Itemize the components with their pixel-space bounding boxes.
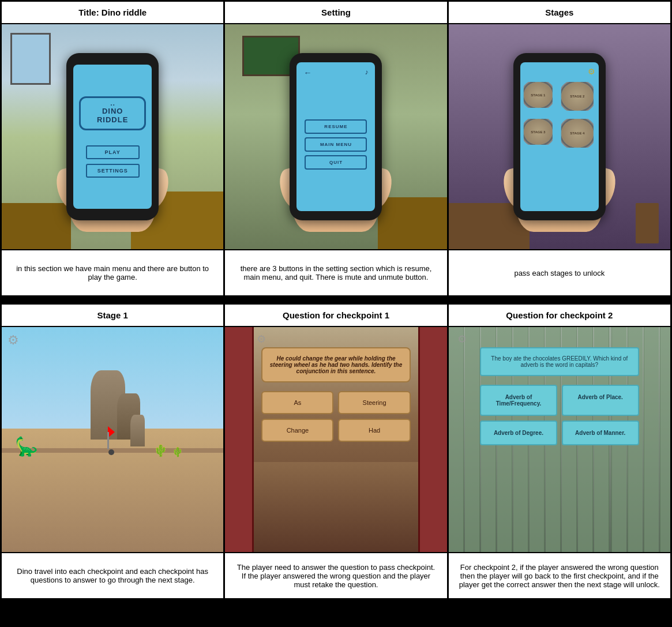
- cell-q1: Question for checkpoint 1 ⚙ He could cha…: [225, 305, 446, 598]
- resume-button[interactable]: RESUME: [305, 119, 367, 134]
- cell-setting-desc: there are 3 buttons in the setting secti…: [225, 249, 446, 295]
- cactus-icon: 🌵: [153, 444, 168, 457]
- cell-q2-header: Question for checkpoint 2: [449, 305, 670, 327]
- q2-answer-time[interactable]: Adverb of Time/Frequency.: [480, 385, 557, 416]
- cell-stage1-header: Stage 1: [2, 305, 223, 327]
- locker-right: [418, 327, 447, 552]
- gear-q1-icon: ⚙: [257, 333, 266, 346]
- dino-figure: 🦕: [15, 435, 38, 457]
- cell-stage1-desc: Dino travel into each checkpoint and eac…: [2, 552, 223, 598]
- cell-q2: Question for checkpoint 2: [449, 305, 670, 598]
- back-arrow-icon[interactable]: ←: [303, 68, 311, 77]
- cell-setting-header: Setting: [225, 2, 446, 24]
- q1-answer-steering[interactable]: Steering: [338, 391, 410, 414]
- q1-answers: As Steering Change Had: [261, 391, 410, 442]
- cell-stages-image: ⚙ STAGE 1 STAGE 2 STAGE 3 STAGE 4: [449, 24, 670, 249]
- cell-stage1: Stage 1 🌵 🌵 ⚙ 🦕: [2, 305, 223, 598]
- cactus-small-icon: 🌵: [172, 446, 183, 457]
- stage-1-blob[interactable]: STAGE 1: [524, 82, 553, 108]
- cell-stage1-image: 🌵 🌵 ⚙ 🦕: [2, 327, 223, 552]
- q2-answer-place[interactable]: Adverb of Place.: [562, 385, 639, 416]
- stages-grid: STAGE 1 STAGE 2 STAGE 3 STAGE 4: [524, 82, 595, 148]
- q1-question-box: He could change the gear while holding t…: [261, 347, 410, 382]
- q2-answer-degree[interactable]: Adverb of Degree.: [480, 420, 557, 445]
- stage-3-blob[interactable]: STAGE 3: [524, 119, 553, 145]
- cell-q1-desc: The player need to answer the question t…: [225, 552, 446, 598]
- main-grid: Title: Dino riddle • •: [0, 0, 672, 605]
- q2-answer-manner[interactable]: Adverb of Manner.: [562, 420, 639, 445]
- cell-title-header: Title: Dino riddle: [2, 2, 223, 24]
- cell-q2-desc: For checkpoint 2, if the player answered…: [449, 552, 670, 598]
- cell-setting: Setting ← ♪: [225, 2, 446, 295]
- music-icon: ♪: [365, 68, 368, 77]
- main-menu-button[interactable]: MAIN MENU: [305, 137, 367, 152]
- cell-q1-header: Question for checkpoint 1: [225, 305, 446, 327]
- cell-title-desc: in this section we have main menu and th…: [2, 249, 223, 295]
- play-button[interactable]: PLAY: [86, 145, 140, 159]
- q2-answers: Adverb of Time/Frequency. Adverb of Plac…: [480, 385, 639, 445]
- locker-left: [225, 327, 254, 552]
- stage-2-blob[interactable]: STAGE 2: [561, 82, 594, 111]
- cell-stages-header: Stages: [449, 2, 670, 24]
- settings-gear-icon: ⚙: [7, 333, 19, 348]
- stage-4-blob[interactable]: STAGE 4: [561, 119, 594, 148]
- q1-answer-as[interactable]: As: [261, 391, 333, 414]
- q1-answer-change[interactable]: Change: [261, 419, 333, 442]
- q1-answer-had[interactable]: Had: [338, 419, 410, 442]
- gear-q2-icon: ⚙: [457, 333, 467, 346]
- cell-title-image: • • DINO RIDDLE PLAY SETTINGS: [2, 24, 223, 249]
- cell-q1-image: ⚙ He could change the gear while holding…: [225, 327, 446, 552]
- q2-question-box: The boy ate the chocolates GREEDILY. Whi…: [480, 347, 639, 376]
- checkpoint-flag: [108, 426, 115, 455]
- quit-button[interactable]: QUIT: [305, 155, 367, 170]
- cell-stages-desc: pass each stages to unlock: [449, 249, 670, 295]
- dino-title-badge: • • DINO RIDDLE: [79, 96, 146, 130]
- cell-title: Title: Dino riddle • •: [2, 2, 223, 295]
- cell-stages: Stages ⚙ STAGE 1 STAGE 2: [449, 2, 670, 295]
- row-separator: [2, 297, 670, 303]
- gear-icon: ⚙: [588, 67, 595, 76]
- cell-setting-image: ← ♪ RESUME MAIN MENU QUIT: [225, 24, 446, 249]
- settings-button[interactable]: SETTINGS: [86, 164, 140, 178]
- cell-q2-image: ⚙ The boy ate the chocolates GREEDILY. W…: [449, 327, 670, 552]
- dino-title-text: DINO RIDDLE: [88, 107, 137, 124]
